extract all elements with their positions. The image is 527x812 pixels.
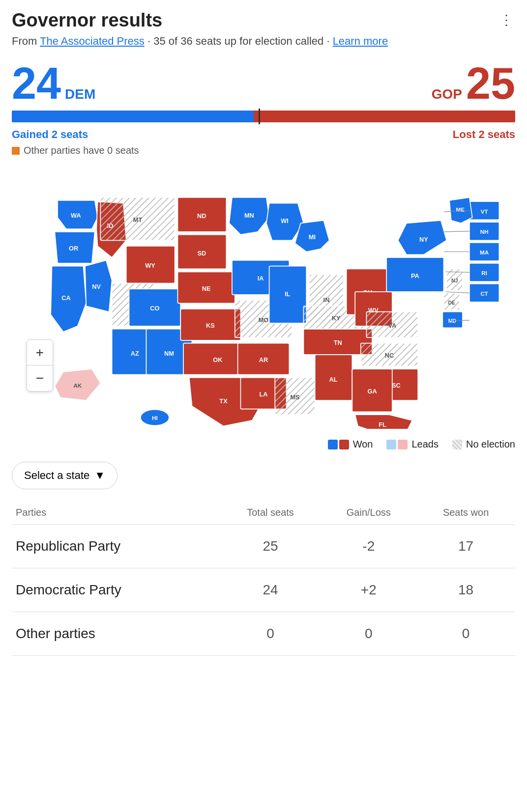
svg-text:SD: SD: [197, 250, 206, 257]
legend-no-election: No election: [452, 439, 515, 450]
svg-text:NC: NC: [385, 352, 394, 359]
gain-loss: -2: [321, 525, 416, 568]
svg-text:OK: OK: [213, 356, 223, 364]
total-seats: 0: [220, 612, 321, 656]
menu-button[interactable]: ⋮: [498, 10, 515, 30]
legend-dem-leads-box: [386, 440, 396, 449]
svg-text:AZ: AZ: [131, 350, 139, 357]
svg-text:IN: IN: [323, 296, 330, 304]
svg-text:WY: WY: [145, 262, 155, 269]
gains-row: Gained 2 seats Lost 2 seats: [12, 128, 515, 141]
legend-gop-leads-box: [398, 440, 408, 449]
gop-lost: Lost 2 seats: [453, 128, 515, 141]
source-link[interactable]: The Associated Press: [40, 35, 145, 47]
legend-leads-colors: [386, 440, 408, 449]
svg-text:SC: SC: [392, 382, 401, 389]
seats-won: 17: [416, 525, 515, 568]
svg-text:AL: AL: [329, 376, 337, 383]
gop-score: GOP 25: [432, 61, 515, 106]
total-seats: 24: [220, 568, 321, 612]
party-name: Republican Party: [12, 525, 220, 568]
gop-bar: [254, 111, 515, 122]
svg-text:CO: CO: [150, 305, 159, 312]
dem-score: 24 DEM: [12, 61, 95, 106]
svg-text:NJ: NJ: [451, 278, 458, 283]
page-title: Governor results: [12, 10, 162, 31]
svg-text:VA: VA: [388, 322, 396, 329]
svg-text:LA: LA: [259, 391, 267, 398]
legend-won: Won: [328, 439, 373, 450]
dropdown-arrow-icon: ▼: [94, 469, 105, 482]
svg-text:TN: TN: [334, 339, 342, 346]
svg-text:FL: FL: [379, 421, 386, 428]
svg-text:MS: MS: [290, 393, 300, 401]
zoom-in-button[interactable]: +: [27, 340, 53, 365]
svg-text:MO: MO: [259, 316, 269, 324]
us-map: WA OR CA ID NV MT WY UT CO AZ NM ND: [12, 166, 515, 429]
svg-text:CT: CT: [480, 290, 488, 297]
learn-more-link[interactable]: Learn more: [333, 35, 388, 47]
map-legend: Won Leads No election: [12, 439, 515, 450]
svg-text:NM: NM: [164, 350, 174, 357]
svg-text:NV: NV: [92, 283, 101, 290]
legend-won-label: Won: [353, 439, 373, 450]
svg-text:TX: TX: [219, 397, 228, 405]
gop-label: GOP: [432, 86, 462, 102]
gain-loss: 0: [321, 612, 416, 656]
dem-number: 24: [12, 61, 61, 106]
table-row: Republican Party 25 -2 17: [12, 525, 515, 568]
legend-dem-won-box: [328, 440, 338, 449]
table-row: Democratic Party 24 +2 18: [12, 568, 515, 612]
svg-text:MT: MT: [133, 216, 143, 224]
orange-indicator: [12, 147, 20, 155]
dem-label: DEM: [65, 86, 95, 102]
table-header-row: Parties Total seats Gain/Loss Seats won: [12, 501, 515, 525]
seats-text: · 35 of 36 seats up for election called …: [145, 35, 333, 47]
source-line: From The Associated Press · 35 of 36 sea…: [12, 35, 515, 48]
party-name: Other parties: [12, 612, 220, 656]
total-seats: 25: [220, 525, 321, 568]
svg-text:DE: DE: [448, 300, 456, 306]
other-parties-text: Other parties have 0 seats: [24, 145, 139, 156]
party-name: Democratic Party: [12, 568, 220, 612]
gain-loss: +2: [321, 568, 416, 612]
svg-line-98: [444, 231, 469, 232]
svg-text:WA: WA: [71, 212, 81, 219]
svg-text:AK: AK: [73, 382, 82, 389]
svg-text:NY: NY: [419, 236, 428, 243]
svg-text:CA: CA: [61, 294, 70, 302]
seats-won: 18: [416, 568, 515, 612]
dem-gained: Gained 2 seats: [12, 128, 88, 141]
svg-text:KY: KY: [332, 314, 341, 322]
col-header-seats-won: Seats won: [416, 501, 515, 525]
legend-leads-label: Leads: [411, 439, 439, 450]
svg-text:HI: HI: [152, 415, 158, 421]
legend-leads: Leads: [386, 439, 439, 450]
svg-text:GA: GA: [368, 388, 377, 395]
seats-won: 0: [416, 612, 515, 656]
legend-won-colors: [328, 440, 349, 449]
svg-text:PA: PA: [411, 272, 419, 280]
zoom-controls: + −: [27, 339, 53, 392]
svg-text:ND: ND: [197, 212, 206, 220]
svg-text:NE: NE: [202, 285, 211, 292]
svg-text:VT: VT: [481, 208, 488, 215]
zoom-out-button[interactable]: −: [27, 365, 53, 391]
col-header-total-seats: Total seats: [220, 501, 321, 525]
dem-bar: [12, 111, 254, 122]
source-prefix: From: [12, 35, 40, 47]
svg-text:MA: MA: [480, 249, 489, 255]
state-select-label: Select a state: [24, 469, 89, 482]
svg-text:KS: KS: [206, 322, 215, 329]
col-header-parties: Parties: [12, 501, 220, 525]
svg-text:IL: IL: [285, 290, 291, 298]
state-select-button[interactable]: Select a state ▼: [12, 462, 117, 489]
svg-text:MD: MD: [448, 318, 457, 324]
score-bar: [12, 111, 515, 122]
bar-divider: [259, 109, 260, 124]
table-body: Republican Party 25 -2 17 Democratic Par…: [12, 525, 515, 656]
gop-number: 25: [466, 61, 515, 106]
svg-text:OR: OR: [69, 245, 78, 252]
table-row: Other parties 0 0 0: [12, 612, 515, 656]
results-table: Parties Total seats Gain/Loss Seats won …: [12, 501, 515, 656]
